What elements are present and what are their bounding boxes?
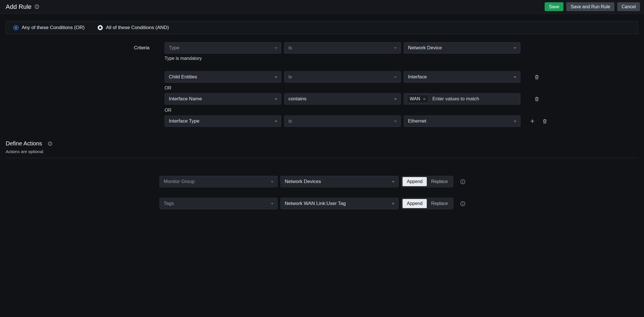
chevron-down-icon <box>392 181 395 183</box>
append-replace-toggle: Append Replace <box>401 176 453 187</box>
action-value-text: Network Devices <box>285 179 321 184</box>
action-row-monitor-group: Monitor Group Network Devices Append Rep… <box>159 176 638 187</box>
chevron-down-icon <box>274 98 277 100</box>
radio-all-conditions-and[interactable]: All of these Conditions (AND) <box>98 25 169 31</box>
value-tag-chip: WAN <box>407 95 429 103</box>
divider <box>6 158 638 158</box>
criteria-row-interface-name: Interface Name contains WAN Enter values… <box>165 93 644 105</box>
action-type-select-tags[interactable]: Tags <box>159 198 278 209</box>
save-and-run-button[interactable]: Save and Run Rule <box>566 2 614 11</box>
remove-tag-icon[interactable] <box>423 97 426 101</box>
action-row-tags: Tags Network WAN Link:User Tag Append Re… <box>159 198 638 209</box>
value-select-type[interactable]: Network Device <box>404 42 520 54</box>
operator-select-interface-type[interactable]: is <box>284 115 401 127</box>
append-replace-toggle: Append Replace <box>401 198 453 209</box>
field-select-child-entities[interactable]: Child Entities <box>165 71 281 83</box>
criteria-section: Criteria Type is Network Device Type is … <box>0 42 644 127</box>
radio-any-conditions-or[interactable]: Any of these Conditions (OR) <box>13 25 85 31</box>
condition-match-bar: Any of these Conditions (OR) All of thes… <box>6 21 638 34</box>
define-actions-section: Define Actions Actions are optional Moni… <box>0 140 644 209</box>
chevron-down-icon <box>514 121 516 122</box>
radio-unselected-icon[interactable] <box>98 25 103 30</box>
or-connector: OR <box>165 86 644 91</box>
value-tags-input[interactable]: WAN Enter values to match <box>404 93 520 105</box>
field-select-value: Type <box>169 45 179 51</box>
chevron-down-icon <box>274 76 277 78</box>
operator-select-child-entities[interactable]: is <box>284 71 401 83</box>
field-select-interface-name[interactable]: Interface Name <box>165 93 281 105</box>
radio-all-label: All of these Conditions (AND) <box>106 25 169 31</box>
chevron-down-icon <box>274 121 277 122</box>
page-title: Add Rule <box>6 3 32 11</box>
chevron-down-icon <box>514 76 516 78</box>
radio-any-label: Any of these Conditions (OR) <box>22 25 85 31</box>
operator-select-value: is <box>288 45 292 51</box>
chevron-down-icon <box>394 98 397 100</box>
replace-option[interactable]: Replace <box>427 177 452 186</box>
value-select-value: Interface <box>408 74 427 80</box>
delete-row-icon[interactable] <box>542 119 547 124</box>
action-value-select-tags[interactable]: Network WAN Link:User Tag <box>280 198 399 209</box>
info-icon[interactable] <box>460 201 465 206</box>
chevron-down-icon <box>394 121 397 122</box>
criteria-label: Criteria <box>0 45 149 51</box>
value-input-placeholder: Enter values to match <box>432 96 479 102</box>
chevron-down-icon <box>274 47 277 49</box>
field-select-value: Child Entities <box>169 74 197 80</box>
action-value-text: Network WAN Link:User Tag <box>285 201 346 206</box>
criteria-row-child-entities: Child Entities is Interface <box>165 71 644 83</box>
append-option[interactable]: Append <box>403 177 427 186</box>
append-option[interactable]: Append <box>403 199 427 208</box>
chevron-down-icon <box>271 181 274 183</box>
radio-selected-icon[interactable] <box>13 25 19 30</box>
add-row-icon[interactable] <box>530 118 535 124</box>
cancel-button[interactable]: Cancel <box>617 2 640 11</box>
criteria-row-type: Type is Network Device <box>165 42 644 54</box>
header-bar: Add Rule Save Save and Run Rule Cancel <box>0 0 644 14</box>
delete-row-icon[interactable] <box>534 74 540 80</box>
field-select-type[interactable]: Type <box>165 42 281 54</box>
chevron-down-icon <box>394 47 397 49</box>
info-icon[interactable] <box>48 141 52 146</box>
or-connector: OR <box>165 108 644 113</box>
field-select-value: Interface Name <box>169 96 202 102</box>
chevron-down-icon <box>392 203 395 205</box>
action-rows: Monitor Group Network Devices Append Rep… <box>6 176 638 209</box>
chevron-down-icon <box>394 76 397 78</box>
add-rule-page: Add Rule Save Save and Run Rule Cancel A… <box>0 0 644 317</box>
value-select-child-entities[interactable]: Interface <box>404 71 520 83</box>
replace-option[interactable]: Replace <box>427 199 452 208</box>
operator-select-value: is <box>288 74 292 80</box>
define-actions-title: Define Actions <box>6 140 42 147</box>
delete-row-icon[interactable] <box>534 96 540 102</box>
value-select-interface-type[interactable]: Ethernet <box>404 115 520 127</box>
actions-optional-note: Actions are optional <box>6 149 638 154</box>
action-type-value: Tags <box>164 201 174 206</box>
operator-select-interface-name[interactable]: contains <box>284 93 401 105</box>
operator-select-value: is <box>288 118 292 124</box>
action-type-select-monitor-group[interactable]: Monitor Group <box>159 176 278 187</box>
criteria-row-interface-type: Interface Type is Ethernet <box>165 115 644 127</box>
operator-select-value: contains <box>288 96 306 102</box>
chevron-down-icon <box>271 203 274 205</box>
value-tag-text: WAN <box>410 96 420 101</box>
chevron-down-icon <box>514 47 516 49</box>
info-icon[interactable] <box>460 179 465 184</box>
field-select-interface-type[interactable]: Interface Type <box>165 115 281 127</box>
field-select-value: Interface Type <box>169 118 199 124</box>
info-icon[interactable] <box>34 4 39 9</box>
value-select-value: Ethernet <box>408 118 426 124</box>
value-select-value: Network Device <box>408 45 442 51</box>
action-type-value: Monitor Group <box>164 179 195 184</box>
header-actions: Save Save and Run Rule Cancel <box>545 2 640 11</box>
operator-select-type[interactable]: is <box>284 42 401 54</box>
type-mandatory-note: Type is mandatory <box>165 56 644 62</box>
save-button[interactable]: Save <box>545 2 563 11</box>
action-value-select-monitor-group[interactable]: Network Devices <box>280 176 399 187</box>
